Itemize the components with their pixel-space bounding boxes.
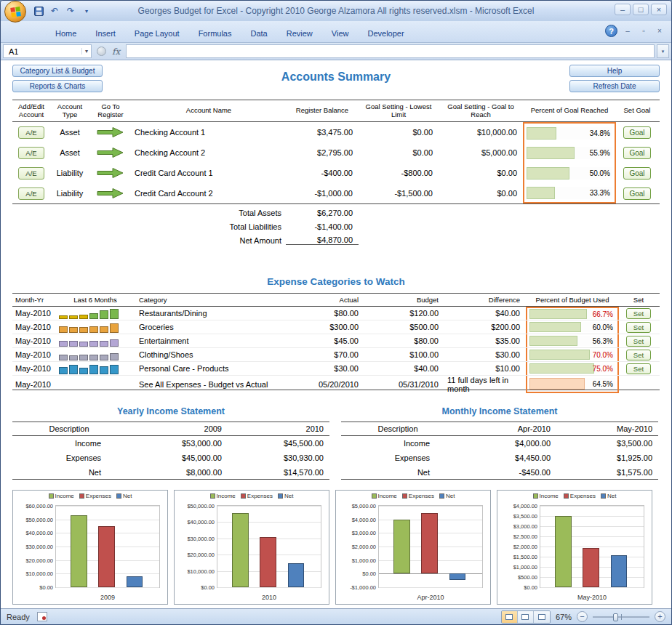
page-break-view-button[interactable]	[534, 611, 550, 623]
add-edit-account-button[interactable]: A/E	[18, 147, 44, 159]
tab-view[interactable]: View	[322, 25, 359, 42]
tab-formulas[interactable]: Formulas	[189, 25, 241, 42]
zoom-out-button[interactable]: −	[577, 611, 588, 622]
legend-swatch	[49, 493, 54, 499]
tab-developer[interactable]: Developer	[358, 25, 413, 42]
header-category: Category	[136, 296, 295, 304]
set-budget-button[interactable]: Set	[626, 322, 651, 333]
macro-record-icon[interactable]	[37, 612, 47, 621]
office-logo-green	[15, 7, 20, 12]
spark-bar	[79, 368, 88, 374]
go-to-register-arrow-icon[interactable]	[97, 147, 124, 158]
header-percent-goal: Percent of Goal Reached	[523, 107, 616, 115]
right-nav-buttons: Help Refresh Date	[569, 65, 660, 92]
formula-bar-expand-icon[interactable]: ▼	[657, 44, 669, 58]
tab-data[interactable]: Data	[241, 25, 276, 42]
row-value: $8,000.00	[126, 468, 228, 477]
percent-goal-cell: 34.8%	[523, 122, 616, 142]
normal-view-button[interactable]	[502, 611, 518, 623]
add-edit-account-button[interactable]: A/E	[18, 188, 44, 200]
zoom-slider-thumb[interactable]	[613, 613, 618, 621]
tab-insert[interactable]: Insert	[86, 25, 125, 42]
last-6-months-sparkline	[55, 322, 136, 333]
row-value: $4,000.00	[455, 439, 556, 448]
go-to-register-arrow-icon[interactable]	[97, 126, 124, 138]
budget-progress-bar: 75.0%	[529, 363, 615, 374]
chart-legend: IncomeExpensesNet	[497, 493, 652, 499]
gridline	[540, 506, 644, 507]
insert-function-icon[interactable]	[97, 47, 106, 56]
account-name: Checking Account 1	[132, 128, 286, 137]
set-budget-button[interactable]: Set	[626, 350, 651, 360]
set-goal-button[interactable]: Goal	[623, 167, 651, 180]
budget-percent-label: 60.0%	[593, 322, 613, 332]
bar-expenses	[260, 537, 276, 587]
zoom-slider[interactable]	[593, 612, 649, 622]
expense-actual: $80.00	[295, 309, 364, 318]
percent-budget-cell: 75.0%	[526, 362, 619, 375]
legend-swatch	[402, 493, 407, 499]
income-chart-2010: IncomeExpensesNet $50,000.00$40,000.00$3…	[174, 490, 329, 605]
save-icon[interactable]	[32, 4, 45, 17]
name-box[interactable]: A1 ▾	[3, 44, 92, 58]
expense-difference: $200.00	[444, 323, 526, 331]
set-goal-button[interactable]: Goal	[623, 147, 651, 159]
office-button[interactable]	[4, 1, 26, 23]
summary-current-date: 05/20/2010	[295, 380, 364, 389]
tab-home[interactable]: Home	[46, 25, 86, 42]
income-charts: IncomeExpensesNet $60,000.00$50,000.00$4…	[12, 490, 660, 605]
category-list-budget-button[interactable]: Category List & Budget	[12, 65, 103, 77]
spark-bar	[69, 341, 78, 347]
set-budget-button[interactable]: Set	[626, 336, 651, 347]
close-button[interactable]: ×	[651, 4, 667, 15]
qat-dropdown-icon[interactable]: ▾	[80, 4, 93, 17]
go-to-register-arrow-icon[interactable]	[97, 188, 124, 199]
total-value: -$1,400.00	[286, 222, 359, 231]
yearly-header-row: Description 2009 2010	[12, 422, 329, 436]
fx-label[interactable]: fx	[108, 47, 124, 57]
total-row: Net Amount $4,870.00	[12, 233, 660, 247]
set-budget-button[interactable]: Set	[626, 363, 651, 374]
name-box-dropdown-icon[interactable]: ▾	[81, 48, 91, 55]
header-apr-2010: Apr-2010	[455, 424, 556, 433]
workbook-minimize-button[interactable]: –	[622, 27, 633, 35]
workbook-close-button[interactable]: ×	[654, 27, 665, 35]
bar-net	[127, 576, 143, 587]
x-axis-label: 2010	[217, 594, 321, 601]
redo-icon[interactable]: ↷	[64, 4, 77, 17]
add-edit-account-button[interactable]: A/E	[18, 126, 44, 139]
set-budget-button[interactable]: Set	[626, 308, 651, 319]
zoom-in-button[interactable]: +	[655, 611, 665, 622]
go-to-register-arrow-icon[interactable]	[97, 167, 124, 179]
workbook-restore-button[interactable]: ▫	[638, 27, 649, 35]
account-type: Liability	[50, 169, 89, 177]
maximize-button[interactable]: □	[633, 4, 649, 15]
expense-category: Groceries	[136, 323, 295, 331]
page-layout-view-button[interactable]	[518, 611, 534, 623]
add-edit-account-button[interactable]: A/E	[18, 167, 44, 180]
set-goal-button[interactable]: Goal	[623, 126, 651, 139]
account-type: Liability	[50, 189, 89, 198]
plot-area: $50,000.00$40,000.00$30,000.00$20,000.00…	[217, 505, 321, 588]
gridline	[540, 587, 644, 588]
gridline	[56, 506, 159, 507]
undo-icon[interactable]: ↶	[48, 4, 61, 17]
help-button[interactable]: Help	[569, 65, 660, 77]
set-goal-button[interactable]: Goal	[623, 188, 651, 200]
income-row: Income $4,000.00 $3,500.00	[341, 436, 658, 451]
tab-page-layout[interactable]: Page Layout	[125, 25, 189, 42]
income-chart-apr-2010: IncomeExpensesNet $5,000.00$4,000.00$3,0…	[335, 490, 491, 605]
header-description: Description	[341, 424, 455, 433]
income-row: Net -$450.00 $1,575.00	[341, 465, 658, 480]
formula-input[interactable]	[126, 44, 655, 58]
reports-charts-button[interactable]: Reports & Charts	[12, 80, 103, 92]
spark-bar	[59, 341, 68, 347]
zoom-level[interactable]: 67%	[556, 613, 572, 621]
accounts-summary-title: Accounts Summary	[12, 64, 660, 84]
help-icon[interactable]: ?	[605, 25, 617, 37]
minimize-button[interactable]: –	[615, 4, 631, 15]
refresh-date-button[interactable]: Refresh Date	[569, 80, 660, 92]
legend-item: Income	[372, 493, 397, 499]
tab-review[interactable]: Review	[277, 25, 322, 42]
bar-net	[288, 563, 305, 587]
